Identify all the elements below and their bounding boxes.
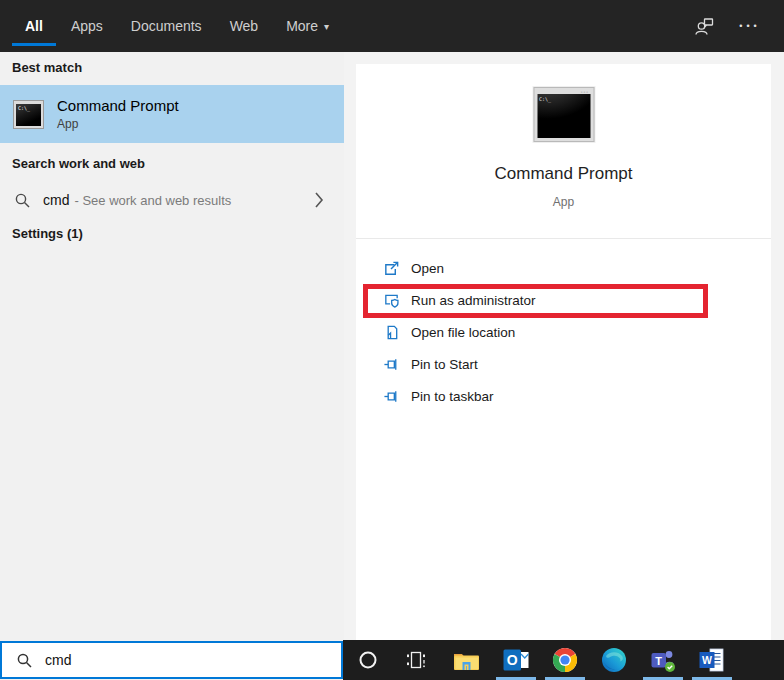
- svg-text:T: T: [655, 655, 662, 667]
- ellipsis-icon: •••: [739, 22, 760, 31]
- tab-apps-label: Apps: [71, 18, 103, 34]
- result-command-prompt[interactable]: C:\_ Command Prompt App: [0, 85, 344, 143]
- outlook-icon: O: [503, 647, 529, 673]
- web-search-query: cmd: [43, 192, 69, 208]
- start-search-flyout: All Apps Documents Web More ▾: [0, 0, 784, 680]
- taskbar-teams-button[interactable]: T: [643, 640, 683, 680]
- cortana-icon: [358, 650, 378, 670]
- chevron-down-icon: ▾: [324, 21, 329, 32]
- open-file-location-icon: [383, 324, 400, 341]
- action-open-label: Open: [411, 261, 444, 276]
- command-prompt-icon-large: ▫▫▫ C:\_: [533, 87, 594, 142]
- divider: [356, 238, 771, 239]
- tab-more-label: More: [286, 18, 318, 34]
- open-icon: [383, 260, 400, 277]
- search-icon: [16, 652, 33, 669]
- options-button[interactable]: •••: [738, 14, 762, 38]
- action-pin-to-start-label: Pin to Start: [411, 357, 478, 372]
- taskbar-cortana-button[interactable]: [348, 640, 388, 680]
- search-results-panel: Best match C:\_ Command Prompt App Searc…: [0, 52, 344, 641]
- action-run-as-administrator-label: Run as administrator: [411, 293, 536, 308]
- filter-tabs: All Apps Documents Web More ▾: [0, 0, 342, 52]
- action-open-file-location-label: Open file location: [411, 325, 515, 340]
- action-pin-to-start[interactable]: Pin to Start: [356, 348, 771, 380]
- taskbar-task-view-button[interactable]: [397, 640, 437, 680]
- action-run-as-administrator[interactable]: Run as administrator: [356, 284, 771, 316]
- taskbar-word-button[interactable]: W: [692, 640, 732, 680]
- chrome-icon: [552, 647, 578, 673]
- chevron-right-icon[interactable]: [314, 191, 324, 209]
- tab-web-label: Web: [230, 18, 259, 34]
- pin-icon: [383, 388, 400, 405]
- feedback-button[interactable]: [692, 14, 716, 38]
- tab-web[interactable]: Web: [217, 0, 272, 52]
- tab-documents-label: Documents: [131, 18, 202, 34]
- file-explorer-icon: [453, 649, 480, 671]
- teams-icon: T: [650, 647, 676, 673]
- feedback-icon: [693, 15, 715, 37]
- best-match-header: Best match: [0, 60, 344, 75]
- svg-text:W: W: [702, 654, 712, 666]
- edge-icon: [601, 647, 627, 673]
- app-subtitle: App: [356, 195, 771, 209]
- taskbar-edge-button[interactable]: [594, 640, 634, 680]
- tab-all-label: All: [25, 18, 43, 34]
- search-icon: [14, 192, 31, 209]
- web-search-hint: - See work and web results: [74, 193, 231, 208]
- action-open-file-location[interactable]: Open file location: [356, 316, 771, 348]
- word-icon: W: [699, 647, 725, 673]
- taskbar-outlook-button[interactable]: O: [496, 640, 536, 680]
- run-as-admin-icon: [383, 292, 400, 309]
- tab-documents[interactable]: Documents: [118, 0, 215, 52]
- task-view-icon: [406, 650, 428, 670]
- result-title: Command Prompt: [57, 97, 179, 114]
- preview-panel: ▫▫▫ C:\_ Command Prompt App Open: [344, 52, 784, 640]
- svg-text:O: O: [507, 652, 518, 668]
- taskbar-file-explorer-button[interactable]: [446, 640, 486, 680]
- result-subtitle: App: [57, 117, 179, 131]
- web-search-row[interactable]: cmd - See work and web results: [0, 180, 344, 220]
- settings-header: Settings (1): [0, 226, 344, 241]
- search-filter-bar: All Apps Documents Web More ▾: [0, 0, 784, 52]
- action-pin-to-taskbar-label: Pin to taskbar: [411, 389, 494, 404]
- pin-icon: [383, 356, 400, 373]
- action-open[interactable]: Open: [356, 252, 771, 284]
- search-work-web-header: Search work and web: [0, 156, 344, 171]
- taskbar-search-box[interactable]: [0, 641, 343, 679]
- taskbar: O: [343, 640, 784, 680]
- taskbar-chrome-button[interactable]: [545, 640, 585, 680]
- tab-all[interactable]: All: [12, 0, 56, 52]
- command-prompt-icon: C:\_: [13, 100, 44, 129]
- app-detail-card: ▫▫▫ C:\_ Command Prompt App Open: [356, 64, 771, 640]
- action-list: Open Run as administrator: [356, 252, 771, 412]
- search-input[interactable]: [45, 652, 285, 668]
- tab-apps[interactable]: Apps: [58, 0, 116, 52]
- action-pin-to-taskbar[interactable]: Pin to taskbar: [356, 380, 771, 412]
- tab-more[interactable]: More ▾: [273, 0, 342, 52]
- app-title: Command Prompt: [356, 164, 771, 184]
